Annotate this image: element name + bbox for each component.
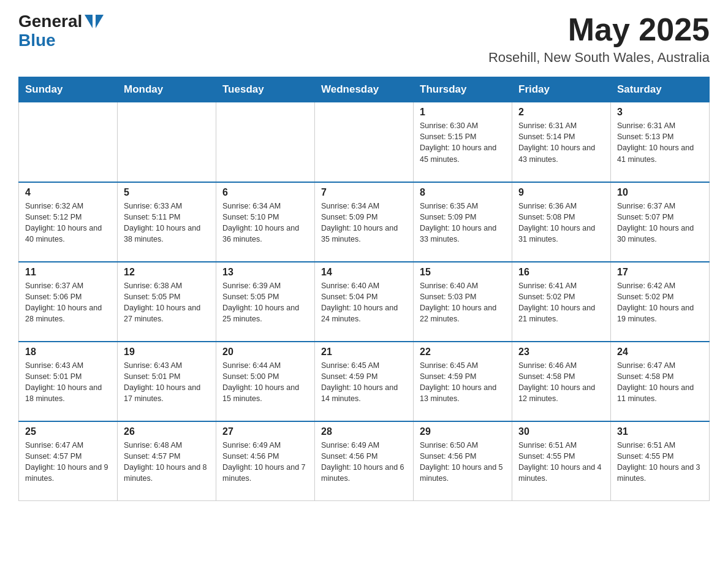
day-info: Sunrise: 6:43 AM Sunset: 5:01 PM Dayligh… (25, 360, 111, 405)
day-info: Sunrise: 6:37 AM Sunset: 5:06 PM Dayligh… (25, 280, 111, 325)
day-info: Sunrise: 6:44 AM Sunset: 5:00 PM Dayligh… (222, 360, 308, 405)
day-info: Sunrise: 6:35 AM Sunset: 5:09 PM Dayligh… (420, 201, 506, 245)
calendar-cell: 14Sunrise: 6:40 AM Sunset: 5:04 PM Dayli… (315, 262, 414, 342)
day-number: 7 (321, 187, 407, 198)
day-number: 9 (518, 187, 604, 198)
calendar-cell: 10Sunrise: 6:37 AM Sunset: 5:07 PM Dayli… (611, 182, 710, 262)
calendar-cell (315, 102, 414, 182)
day-number: 29 (420, 426, 506, 437)
day-number: 13 (222, 267, 308, 278)
calendar-cell: 23Sunrise: 6:46 AM Sunset: 4:58 PM Dayli… (512, 342, 611, 421)
calendar-cell: 15Sunrise: 6:40 AM Sunset: 5:03 PM Dayli… (414, 262, 512, 342)
logo-general-text: General (18, 12, 82, 31)
day-number: 24 (617, 347, 703, 358)
day-number: 22 (420, 347, 506, 358)
calendar-cell: 11Sunrise: 6:37 AM Sunset: 5:06 PM Dayli… (19, 262, 118, 342)
calendar-cell: 3Sunrise: 6:31 AM Sunset: 5:13 PM Daylig… (611, 102, 710, 182)
calendar-cell (216, 102, 315, 182)
day-number: 21 (321, 347, 407, 358)
calendar-cell: 2Sunrise: 6:31 AM Sunset: 5:14 PM Daylig… (512, 102, 611, 182)
day-number: 12 (124, 267, 210, 278)
day-info: Sunrise: 6:41 AM Sunset: 5:02 PM Dayligh… (518, 280, 604, 325)
calendar-cell: 16Sunrise: 6:41 AM Sunset: 5:02 PM Dayli… (512, 262, 611, 342)
column-header-saturday: Saturday (611, 77, 710, 102)
day-info: Sunrise: 6:42 AM Sunset: 5:02 PM Dayligh… (617, 280, 703, 325)
day-info: Sunrise: 6:34 AM Sunset: 5:10 PM Dayligh… (222, 201, 308, 245)
logo-blue-text: Blue (18, 31, 56, 50)
day-info: Sunrise: 6:38 AM Sunset: 5:05 PM Dayligh… (124, 280, 210, 325)
day-number: 3 (617, 107, 703, 118)
day-number: 16 (518, 267, 604, 278)
week-row-3: 11Sunrise: 6:37 AM Sunset: 5:06 PM Dayli… (19, 262, 710, 342)
day-info: Sunrise: 6:31 AM Sunset: 5:13 PM Dayligh… (617, 120, 703, 165)
day-number: 20 (222, 347, 308, 358)
day-info: Sunrise: 6:43 AM Sunset: 5:01 PM Dayligh… (124, 360, 210, 405)
calendar-cell: 8Sunrise: 6:35 AM Sunset: 5:09 PM Daylig… (414, 182, 512, 262)
day-number: 4 (25, 187, 111, 198)
day-info: Sunrise: 6:47 AM Sunset: 4:58 PM Dayligh… (617, 360, 703, 405)
day-number: 25 (25, 426, 111, 437)
day-info: Sunrise: 6:33 AM Sunset: 5:11 PM Dayligh… (124, 201, 210, 245)
column-header-sunday: Sunday (19, 77, 118, 102)
calendar-cell: 1Sunrise: 6:30 AM Sunset: 5:15 PM Daylig… (414, 102, 512, 182)
week-row-5: 25Sunrise: 6:47 AM Sunset: 4:57 PM Dayli… (19, 421, 710, 501)
day-number: 11 (25, 267, 111, 278)
day-info: Sunrise: 6:51 AM Sunset: 4:55 PM Dayligh… (617, 440, 703, 484)
calendar-cell: 9Sunrise: 6:36 AM Sunset: 5:08 PM Daylig… (512, 182, 611, 262)
day-number: 17 (617, 267, 703, 278)
column-header-wednesday: Wednesday (315, 77, 414, 102)
calendar-cell: 27Sunrise: 6:49 AM Sunset: 4:56 PM Dayli… (216, 421, 315, 501)
day-number: 23 (518, 347, 604, 358)
calendar-cell: 13Sunrise: 6:39 AM Sunset: 5:05 PM Dayli… (216, 262, 315, 342)
day-number: 5 (124, 187, 210, 198)
title-block: May 2025 Rosehill, New South Wales, Aust… (488, 12, 710, 66)
week-row-1: 1Sunrise: 6:30 AM Sunset: 5:15 PM Daylig… (19, 102, 710, 182)
column-header-tuesday: Tuesday (216, 77, 315, 102)
calendar-cell (118, 102, 216, 182)
day-info: Sunrise: 6:51 AM Sunset: 4:55 PM Dayligh… (518, 440, 604, 484)
day-info: Sunrise: 6:49 AM Sunset: 4:56 PM Dayligh… (222, 440, 308, 484)
column-header-friday: Friday (512, 77, 611, 102)
month-year-title: May 2025 (488, 12, 710, 47)
day-info: Sunrise: 6:46 AM Sunset: 4:58 PM Dayligh… (518, 360, 604, 405)
day-number: 1 (420, 107, 506, 118)
day-info: Sunrise: 6:30 AM Sunset: 5:15 PM Dayligh… (420, 120, 506, 165)
column-header-thursday: Thursday (414, 77, 512, 102)
day-number: 14 (321, 267, 407, 278)
day-number: 15 (420, 267, 506, 278)
calendar-cell: 18Sunrise: 6:43 AM Sunset: 5:01 PM Dayli… (19, 342, 118, 421)
week-row-4: 18Sunrise: 6:43 AM Sunset: 5:01 PM Dayli… (19, 342, 710, 421)
calendar-header-row: SundayMondayTuesdayWednesdayThursdayFrid… (19, 77, 710, 102)
calendar-table: SundayMondayTuesdayWednesdayThursdayFrid… (18, 77, 710, 501)
day-info: Sunrise: 6:49 AM Sunset: 4:56 PM Dayligh… (321, 440, 407, 484)
calendar-cell: 19Sunrise: 6:43 AM Sunset: 5:01 PM Dayli… (118, 342, 216, 421)
day-info: Sunrise: 6:36 AM Sunset: 5:08 PM Dayligh… (518, 201, 604, 245)
day-info: Sunrise: 6:34 AM Sunset: 5:09 PM Dayligh… (321, 201, 407, 245)
day-number: 6 (222, 187, 308, 198)
day-number: 19 (124, 347, 210, 358)
calendar-cell: 29Sunrise: 6:50 AM Sunset: 4:56 PM Dayli… (414, 421, 512, 501)
calendar-cell: 28Sunrise: 6:49 AM Sunset: 4:56 PM Dayli… (315, 421, 414, 501)
day-info: Sunrise: 6:45 AM Sunset: 4:59 PM Dayligh… (321, 360, 407, 405)
day-number: 8 (420, 187, 506, 198)
day-number: 2 (518, 107, 604, 118)
calendar-cell: 20Sunrise: 6:44 AM Sunset: 5:00 PM Dayli… (216, 342, 315, 421)
day-info: Sunrise: 6:37 AM Sunset: 5:07 PM Dayligh… (617, 201, 703, 245)
day-number: 27 (222, 426, 308, 437)
calendar-cell: 12Sunrise: 6:38 AM Sunset: 5:05 PM Dayli… (118, 262, 216, 342)
day-number: 30 (518, 426, 604, 437)
calendar-cell: 25Sunrise: 6:47 AM Sunset: 4:57 PM Dayli… (19, 421, 118, 501)
calendar-cell: 30Sunrise: 6:51 AM Sunset: 4:55 PM Dayli… (512, 421, 611, 501)
day-number: 31 (617, 426, 703, 437)
logo: General Blue (18, 12, 104, 50)
location-subtitle: Rosehill, New South Wales, Australia (488, 50, 710, 66)
calendar-cell: 31Sunrise: 6:51 AM Sunset: 4:55 PM Dayli… (611, 421, 710, 501)
column-header-monday: Monday (118, 77, 216, 102)
day-info: Sunrise: 6:45 AM Sunset: 4:59 PM Dayligh… (420, 360, 506, 405)
calendar-cell: 17Sunrise: 6:42 AM Sunset: 5:02 PM Dayli… (611, 262, 710, 342)
calendar-cell: 21Sunrise: 6:45 AM Sunset: 4:59 PM Dayli… (315, 342, 414, 421)
day-info: Sunrise: 6:31 AM Sunset: 5:14 PM Dayligh… (518, 120, 604, 165)
day-number: 28 (321, 426, 407, 437)
day-number: 18 (25, 347, 111, 358)
day-info: Sunrise: 6:48 AM Sunset: 4:57 PM Dayligh… (124, 440, 210, 484)
